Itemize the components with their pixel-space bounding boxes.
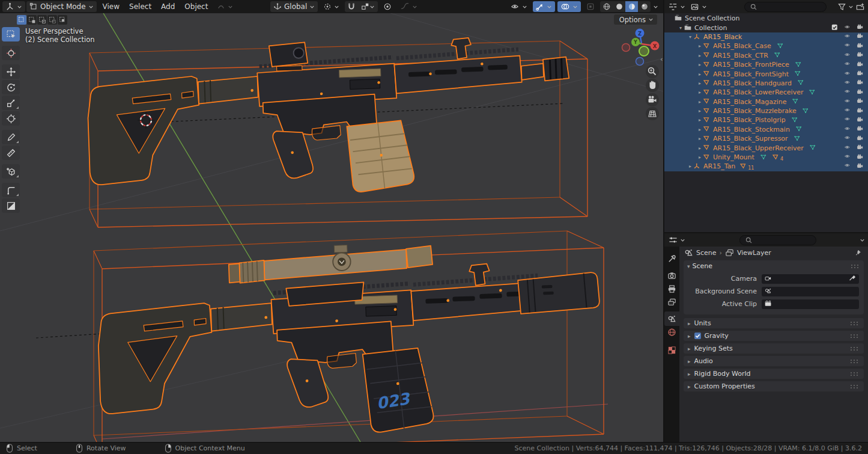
outliner-item-label[interactable]: AR15_Black_Pistolgrip xyxy=(713,116,786,124)
hide-viewport-toggle[interactable] xyxy=(843,71,852,78)
outliner-item-label[interactable]: Unity_Mount xyxy=(713,153,754,161)
properties-editor-type-button[interactable] xyxy=(667,235,687,245)
scene-panel-header[interactable]: ▾ Scene xyxy=(684,260,864,272)
outliner-item-label[interactable]: AR15_Black_UpperReceiver xyxy=(713,144,804,152)
shading-wireframe-button[interactable] xyxy=(600,1,613,12)
menu-add[interactable]: Add xyxy=(156,2,180,11)
collection-checkbox[interactable] xyxy=(831,24,839,32)
outliner-item-label[interactable]: AR15_Black_FrontPiece xyxy=(713,61,789,69)
tool-select-box[interactable] xyxy=(2,27,20,41)
tool-annotate[interactable] xyxy=(2,130,20,144)
section-audio[interactable]: ▸ Audio xyxy=(684,356,864,366)
disable-render-toggle[interactable] xyxy=(856,33,864,40)
properties-tab-world[interactable] xyxy=(664,325,679,339)
panel-grip-icon[interactable] xyxy=(850,372,860,376)
disable-render-toggle[interactable] xyxy=(856,144,864,152)
tool-scale[interactable] xyxy=(2,96,20,110)
active-clip-field[interactable] xyxy=(762,299,859,309)
outliner-row[interactable]: ▸AR15_Black_CTR xyxy=(664,51,868,60)
outliner-row[interactable]: ▸AR15_Black_FrontSight xyxy=(664,69,868,78)
tool-move[interactable] xyxy=(2,64,20,79)
new-collection-button[interactable] xyxy=(855,2,865,11)
properties-options-chevron[interactable] xyxy=(860,238,865,243)
outliner-item-label[interactable]: AR15_Black xyxy=(703,33,742,41)
tool-measure[interactable] xyxy=(2,146,20,160)
hide-viewport-toggle[interactable] xyxy=(843,61,852,68)
properties-tab-render[interactable] xyxy=(664,268,679,283)
shading-solid-button[interactable] xyxy=(613,1,625,12)
tool-cursor[interactable] xyxy=(2,46,20,60)
disable-render-toggle[interactable] xyxy=(856,163,864,170)
expand-arrow-icon[interactable]: ▾ xyxy=(687,34,693,40)
outliner-row[interactable]: ▾Collection xyxy=(664,23,868,32)
tool-extra-tool-2[interactable] xyxy=(2,198,20,213)
outliner-item-label[interactable]: AR15_Black_LowerReceiver xyxy=(713,88,803,96)
outliner-editor-type-button[interactable] xyxy=(667,1,687,12)
section-rigid-body-world[interactable]: ▸ Rigid Body World xyxy=(684,369,864,379)
transform-orientation-dropdown[interactable]: Global xyxy=(270,1,318,12)
hide-viewport-toggle[interactable] xyxy=(843,25,852,31)
hide-viewport-toggle[interactable] xyxy=(843,89,852,96)
outliner-item-label[interactable]: Scene Collection xyxy=(685,14,739,22)
proportional-falloff-dropdown[interactable] xyxy=(397,1,420,12)
shading-material-preview-button[interactable] xyxy=(625,1,638,12)
editor-divider[interactable] xyxy=(663,0,664,442)
gravity-checkbox[interactable] xyxy=(694,333,701,339)
disable-render-toggle[interactable] xyxy=(856,24,864,31)
select-mode-set[interactable] xyxy=(17,15,26,25)
breadcrumb-viewlayer[interactable]: ViewLayer xyxy=(737,249,771,257)
disable-render-toggle[interactable] xyxy=(856,117,864,124)
snap-target-dropdown[interactable] xyxy=(357,1,378,12)
overlays-toggle[interactable] xyxy=(557,1,581,12)
hide-viewport-toggle[interactable] xyxy=(843,126,852,133)
hide-viewport-toggle[interactable] xyxy=(843,163,852,170)
disable-render-toggle[interactable] xyxy=(856,61,864,69)
shading-rendered-button[interactable] xyxy=(638,1,651,12)
outliner-row[interactable]: ▸AR15_Black_Supressor xyxy=(664,134,868,143)
outliner-row[interactable]: ▸AR15_Black_Case xyxy=(664,41,868,51)
expand-arrow-icon[interactable]: ▸ xyxy=(697,155,703,160)
expand-arrow-icon[interactable]: ▸ xyxy=(697,81,703,86)
menu-view[interactable]: View xyxy=(98,2,124,11)
outliner-item-label[interactable]: AR15_Black_Muzzlebrake xyxy=(713,107,797,115)
3d-viewport[interactable]: 023 Y Z X ‹ Options User Pers xyxy=(0,13,663,442)
expand-arrow-icon[interactable]: ▸ xyxy=(697,117,703,123)
outliner-item-label[interactable]: AR15_Black_Case xyxy=(713,42,771,50)
expand-arrow-icon[interactable]: ▸ xyxy=(697,90,703,95)
panel-grip-icon[interactable] xyxy=(850,359,860,364)
gizmos-toggle[interactable] xyxy=(533,1,555,12)
viewport-scene[interactable]: 023 Y Z X ‹ xyxy=(0,13,663,442)
options-dropdown[interactable]: Options xyxy=(614,14,657,25)
expand-arrow-icon[interactable]: ▸ xyxy=(697,62,703,67)
hide-viewport-toggle[interactable] xyxy=(843,145,852,152)
outliner-item-label[interactable]: AR15_Black_Stockmain xyxy=(713,126,790,133)
outliner-row[interactable]: ▸AR15_Black_UpperReceiver xyxy=(664,143,868,152)
hide-viewport-toggle[interactable] xyxy=(843,108,852,114)
properties-tab-output[interactable] xyxy=(664,281,679,296)
pin-icon[interactable] xyxy=(855,249,863,257)
section-keying-sets[interactable]: ▸ Keying Sets xyxy=(684,343,864,354)
disable-render-toggle[interactable] xyxy=(856,98,864,105)
eyedropper-icon[interactable] xyxy=(849,275,857,283)
outliner-row[interactable]: ▸AR15_Black_Magazine xyxy=(664,97,868,106)
hide-viewport-toggle[interactable] xyxy=(843,80,852,87)
expand-arrow-icon[interactable]: ▸ xyxy=(697,136,703,141)
disable-render-toggle[interactable] xyxy=(856,70,864,78)
outliner-item-label[interactable]: AR15_Black_CTR xyxy=(713,52,768,60)
hide-viewport-toggle[interactable] xyxy=(843,52,852,59)
outliner-item-label[interactable]: AR15_Black_Magazine xyxy=(713,98,786,106)
disable-render-toggle[interactable] xyxy=(856,154,864,161)
hide-viewport-toggle[interactable] xyxy=(843,117,852,123)
section-custom-properties[interactable]: ▸ Custom Properties xyxy=(684,381,864,391)
outliner-row[interactable]: ▸AR15_Black_LowerReceiver xyxy=(664,88,868,97)
hide-viewport-toggle[interactable] xyxy=(843,99,852,105)
pivot-point-dropdown[interactable] xyxy=(320,1,342,12)
outliner-item-label[interactable]: AR15_Black_Supressor xyxy=(713,135,788,143)
outliner-row[interactable]: ▸AR15_Tan11 xyxy=(664,162,868,171)
outliner-row[interactable]: ▾AR15_Black xyxy=(664,32,868,41)
outliner-item-label[interactable]: AR15_Black_FrontSight xyxy=(713,70,789,78)
xray-toggle[interactable] xyxy=(583,1,598,12)
section-gravity[interactable]: ▸ Gravity xyxy=(684,331,864,341)
shading-dropdown[interactable] xyxy=(653,4,658,10)
mode-transfer-dropdown[interactable] xyxy=(214,1,236,12)
